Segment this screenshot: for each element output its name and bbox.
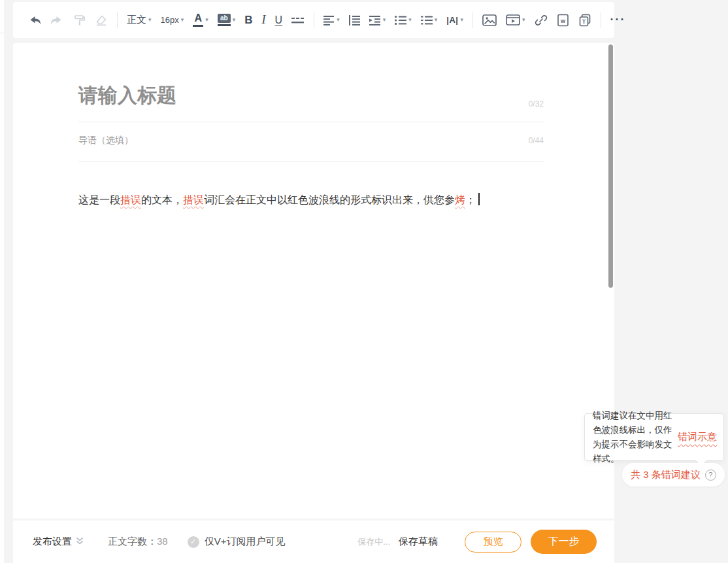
svg-text:T: T bbox=[582, 18, 586, 25]
divider-line-button[interactable] bbox=[287, 8, 309, 33]
ordered-list-icon bbox=[421, 15, 433, 26]
chevron-down-icon: ▾ bbox=[435, 17, 438, 23]
body-text-segment: 的文本， bbox=[141, 194, 183, 205]
more-options-button[interactable]: ··· bbox=[606, 8, 631, 33]
chevron-down-icon: ▾ bbox=[408, 17, 412, 23]
editor-app: 正文 ▾ 16px ▾ A ▾ ab ▾ B I U bbox=[0, 0, 728, 563]
collapsed-side-panel bbox=[0, 0, 4, 563]
word-document-icon: w bbox=[557, 14, 569, 27]
insert-image-button[interactable] bbox=[478, 8, 501, 33]
underline-button[interactable]: U bbox=[271, 8, 288, 33]
publish-settings-toggle[interactable]: 发布设置 bbox=[33, 536, 84, 548]
paragraph-style-dropdown[interactable]: 正文 ▾ bbox=[122, 8, 156, 33]
save-draft-button[interactable]: 保存草稿 bbox=[399, 536, 438, 548]
eraser-button[interactable] bbox=[90, 8, 112, 33]
side-panel-divider bbox=[0, 33, 4, 33]
more-icon: ··· bbox=[610, 13, 626, 27]
redo-icon bbox=[50, 14, 63, 27]
vertical-scrollbar[interactable] bbox=[608, 44, 613, 288]
toolbar-separator bbox=[314, 12, 314, 28]
align-dropdown[interactable]: ▾ bbox=[319, 8, 344, 33]
chevron-down-icon: ▾ bbox=[148, 17, 152, 23]
title-input[interactable]: 请输入标题 bbox=[78, 82, 176, 109]
indent-dropdown[interactable]: ▾ bbox=[365, 8, 391, 33]
paragraph-style-label: 正文 bbox=[127, 14, 146, 26]
insert-link-button[interactable] bbox=[530, 8, 552, 33]
error-count-label: 共 3 条错词建议 bbox=[631, 469, 701, 481]
insert-video-dropdown[interactable]: ▾ bbox=[501, 8, 530, 33]
bullet-list-icon bbox=[395, 15, 406, 26]
redo-button[interactable] bbox=[46, 8, 68, 33]
check-icon: ✓ bbox=[188, 536, 199, 548]
font-size-dropdown[interactable]: 16px ▾ bbox=[156, 8, 189, 33]
body-text-segment: 词汇会在正文中以红色波浪线的形式标识出来，供您参 bbox=[204, 194, 455, 205]
visibility-setting[interactable]: ✓ 仅V+订阅用户可见 bbox=[188, 536, 286, 548]
toolbar-separator bbox=[601, 12, 601, 28]
ordered-list-dropdown[interactable]: ▾ bbox=[416, 8, 442, 33]
link-icon bbox=[535, 14, 548, 27]
chevron-down-icon: ▾ bbox=[522, 17, 525, 23]
field-divider bbox=[78, 122, 544, 122]
indent-icon bbox=[369, 15, 381, 26]
highlight-color-dropdown[interactable]: ab ▾ bbox=[213, 8, 240, 33]
divider-line-icon bbox=[291, 14, 305, 26]
word-count: 正文字数：38 bbox=[108, 536, 168, 548]
video-icon bbox=[506, 14, 520, 26]
paste-text-button[interactable]: T bbox=[574, 8, 596, 33]
error-word[interactable]: 烤 bbox=[455, 194, 465, 205]
error-suggestion-tooltip: 错词建议在文中用红色波浪线标出，仅作为提示不会影响发文样式。 错词示意 bbox=[584, 413, 724, 461]
bold-icon: B bbox=[244, 14, 252, 27]
chevron-down-icon: ▾ bbox=[383, 17, 386, 23]
word-count-label: 正文字数： bbox=[108, 536, 157, 547]
help-icon[interactable]: ? bbox=[705, 469, 716, 481]
chevron-down-icon: ▾ bbox=[460, 17, 463, 23]
line-height-icon bbox=[349, 15, 360, 26]
undo-icon bbox=[28, 14, 41, 27]
error-example-link[interactable]: 错词示意 bbox=[678, 431, 717, 443]
chevron-down-icon: ▾ bbox=[233, 17, 236, 23]
underline-icon: U bbox=[275, 14, 283, 26]
bullet-list-dropdown[interactable]: ▾ bbox=[390, 8, 416, 33]
field-divider bbox=[78, 162, 544, 162]
summary-input[interactable]: 导语（选填） bbox=[78, 135, 133, 146]
format-painter-icon bbox=[73, 14, 86, 27]
error-suggestion-badge[interactable]: 共 3 条错词建议 ? bbox=[622, 463, 725, 486]
next-step-button[interactable]: 下一步 bbox=[531, 530, 597, 554]
undo-button[interactable] bbox=[24, 8, 46, 33]
body-text-editor[interactable]: 这是一段措误的文本，措误词汇会在正文中以红色波浪线的形式标识出来，供您参烤； bbox=[78, 192, 523, 208]
error-word[interactable]: 措误 bbox=[120, 194, 141, 205]
bold-button[interactable]: B bbox=[240, 8, 257, 33]
highlight-icon: ab bbox=[218, 14, 231, 26]
footer-bar: 发布设置 正文字数：38 ✓ 仅V+订阅用户可见 保存中... 保存草稿 预览 … bbox=[13, 520, 614, 563]
toolbar-separator bbox=[117, 12, 118, 28]
italic-icon: I bbox=[262, 13, 266, 27]
word-count-value: 38 bbox=[157, 536, 168, 547]
text-caret bbox=[478, 193, 480, 205]
preview-button[interactable]: 预览 bbox=[465, 532, 521, 553]
editor-sheet: 请输入标题 0/32 导语（选填） 0/44 这是一段措误的文本，措误词汇会在正… bbox=[13, 43, 614, 519]
double-chevron-down-icon bbox=[76, 536, 84, 547]
format-painter-button[interactable] bbox=[68, 8, 90, 33]
italic-button[interactable]: I bbox=[257, 8, 271, 33]
line-height-button[interactable] bbox=[344, 8, 365, 33]
body-text-segment: 这是一段 bbox=[78, 194, 120, 205]
saving-status: 保存中... bbox=[357, 536, 390, 548]
tooltip-text: 错词建议在文中用红色波浪线标出，仅作为提示不会影响发文样式。 bbox=[593, 409, 675, 466]
error-word[interactable]: 措误 bbox=[183, 194, 204, 205]
text-color-icon: A bbox=[193, 13, 203, 27]
svg-text:w: w bbox=[560, 18, 566, 24]
toolbar-separator bbox=[472, 12, 473, 28]
visibility-label: 仅V+订阅用户可见 bbox=[205, 536, 286, 548]
summary-char-counter: 0/44 bbox=[529, 136, 544, 145]
eraser-icon bbox=[95, 14, 108, 27]
import-word-button[interactable]: w bbox=[552, 8, 574, 33]
letter-spacing-dropdown[interactable]: |A| ▾ bbox=[442, 8, 468, 33]
formatting-toolbar: 正文 ▾ 16px ▾ A ▾ ab ▾ B I U bbox=[13, 2, 614, 38]
text-color-dropdown[interactable]: A ▾ bbox=[188, 8, 213, 33]
chevron-down-icon: ▾ bbox=[337, 17, 340, 23]
title-char-counter: 0/32 bbox=[529, 99, 544, 109]
publish-settings-label: 发布设置 bbox=[33, 536, 72, 548]
text-document-icon: T bbox=[578, 14, 591, 27]
align-left-icon bbox=[323, 15, 335, 26]
image-icon bbox=[482, 14, 497, 26]
